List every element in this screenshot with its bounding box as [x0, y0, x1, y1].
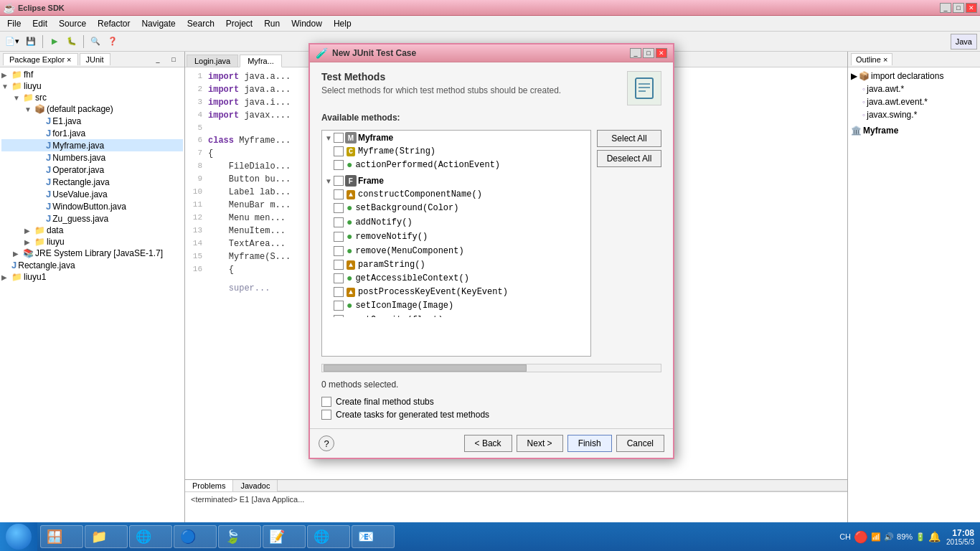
tree-item-liuyu[interactable]: ▼ 📁 liuyu [1, 80, 183, 92]
method-post-process[interactable]: ▲ postProcessKeyEvent(KeyEvent) [322, 286, 590, 298]
remove-menu-checkbox[interactable] [334, 246, 344, 256]
outline-item-javaxswing[interactable]: ◦ javax.swing.* [851, 109, 977, 121]
tab-javadoc[interactable]: Javadoc [233, 480, 278, 491]
tree-item-e1java[interactable]: ▶ J E1.java [1, 115, 183, 127]
close-button[interactable]: ✕ [966, 3, 977, 13]
dialog-minimize-button[interactable]: _ [630, 48, 641, 58]
outline-item-javaawtevt[interactable]: ◦ java.awt.event.* [851, 96, 977, 108]
next-button[interactable]: Next > [517, 435, 563, 452]
create-tasks-checkbox[interactable] [321, 410, 331, 420]
maximize-left-panel[interactable]: □ [166, 52, 182, 67]
method-group-frame[interactable]: ▼ F Frame [322, 174, 590, 188]
tree-item-fhf[interactable]: ▶ 📁 fhf [1, 69, 183, 80]
run-button[interactable]: ▶ [47, 34, 62, 50]
help-button[interactable]: ? [319, 435, 334, 451]
menu-window[interactable]: Window [286, 17, 328, 30]
method-param-string[interactable]: ▲ paramString() [322, 258, 590, 271]
outline-item-myframe[interactable]: 🏛️ Myframe [851, 125, 977, 136]
method-set-opacity[interactable]: ● setOpacity(float) [322, 313, 590, 317]
method-construct-component[interactable]: ▲ constructComponentName() [322, 188, 590, 201]
menu-file[interactable]: File [1, 17, 27, 30]
minimize-left-panel[interactable]: _ [150, 52, 166, 67]
tab-outline[interactable]: Outline × [851, 53, 892, 65]
set-opacity-checkbox[interactable] [334, 315, 344, 317]
save-button[interactable]: 💾 [23, 34, 39, 50]
dialog-close-button[interactable]: ✕ [656, 48, 667, 58]
frame-group-checkbox[interactable] [334, 176, 344, 186]
tree-item-rectangle-top[interactable]: ▶ J Rectangle.java [1, 259, 183, 271]
tab-problems[interactable]: Problems [185, 480, 233, 491]
method-group-myframe[interactable]: ▼ M Myframe [322, 131, 590, 145]
tree-item-for1java[interactable]: ▶ J for1.java [1, 127, 183, 139]
taskbar-item-6[interactable]: 📝 [263, 525, 306, 548]
taskbar-item-7[interactable]: 🌐 [307, 525, 350, 548]
menu-source[interactable]: Source [53, 17, 92, 30]
tree-item-src[interactable]: ▼ 📁 src [1, 92, 183, 103]
perspective-java[interactable]: Java [951, 34, 977, 50]
tab-myframe[interactable]: Myfra... [240, 55, 282, 67]
tab-loginjava[interactable]: Login.java [187, 55, 238, 67]
methods-scroll-inner[interactable]: ▼ M Myframe C Myframe(String) [322, 131, 590, 317]
method-action-performed[interactable]: ● actionPerformed(ActionEvent) [322, 158, 590, 172]
menu-refactor[interactable]: Refactor [92, 17, 136, 30]
post-process-checkbox[interactable] [334, 287, 344, 297]
create-final-stubs-checkbox[interactable] [321, 397, 331, 407]
create-final-stubs-row[interactable]: Create final method stubs [321, 397, 661, 407]
construct-component-checkbox[interactable] [334, 189, 344, 199]
debug-button[interactable]: 🐛 [64, 34, 80, 50]
method-set-icon-image[interactable]: ● setIconImage(Image) [322, 298, 590, 313]
dialog-maximize-button[interactable]: □ [643, 48, 654, 58]
tree-item-zuguessjava[interactable]: ▶ J Zu_guess.java [1, 212, 183, 225]
method-add-notify[interactable]: ● addNotify() [322, 215, 590, 230]
minimize-button[interactable]: _ [940, 3, 951, 13]
taskbar-item-2[interactable]: 📁 [85, 525, 128, 548]
search-button[interactable]: 🔍 [88, 34, 103, 50]
tree-item-jre[interactable]: ▶ 📚 JRE System Library [JavaSE-1.7] [1, 248, 183, 259]
tree-item-liuyu-sub[interactable]: ▶ 📁 liuyu [1, 236, 183, 248]
get-accessible-checkbox[interactable] [334, 273, 344, 283]
method-get-accessible[interactable]: ● getAccessibleContext() [322, 271, 590, 286]
help-button[interactable]: ❓ [105, 34, 121, 50]
finish-button[interactable]: Finish [567, 435, 612, 452]
method-remove-notify[interactable]: ● removeNotify() [322, 230, 590, 244]
menu-search[interactable]: Search [182, 17, 220, 30]
maximize-button[interactable]: □ [953, 3, 964, 13]
junit-test-case-dialog[interactable]: 🧪 New JUnit Test Case _ □ ✕ Test Methods… [308, 43, 674, 459]
add-notify-checkbox[interactable] [334, 217, 344, 227]
tree-item-default-pkg[interactable]: ▼ 📦 (default package) [1, 103, 183, 115]
method-remove-menu[interactable]: ● remove(MenuComponent) [322, 244, 590, 258]
select-all-button[interactable]: Select All [597, 130, 661, 147]
cancel-button[interactable]: Cancel [616, 435, 664, 452]
tree-item-usevaluejava[interactable]: ▶ J UseValue.java [1, 188, 183, 200]
tree-item-windowbuttonjava[interactable]: ▶ J WindowButton.java [1, 200, 183, 212]
menu-edit[interactable]: Edit [27, 17, 53, 30]
outline-item-javaawt[interactable]: ◦ java.awt.* [851, 83, 977, 95]
taskbar-item-5[interactable]: 🍃 [218, 525, 261, 548]
menu-navigate[interactable]: Navigate [136, 17, 181, 30]
deselect-all-button[interactable]: Deselect All [597, 150, 661, 167]
remove-notify-checkbox[interactable] [334, 232, 344, 242]
myframe-string-checkbox[interactable] [334, 146, 344, 156]
menu-run[interactable]: Run [258, 17, 286, 30]
outline-item-imports[interactable]: ▶ 📦 import declarations [851, 70, 977, 82]
tree-item-liuyu1[interactable]: ▶ 📁 liuyu1 [1, 271, 183, 283]
method-myframe-string[interactable]: C Myframe(String) [322, 145, 590, 158]
tree-item-data[interactable]: ▶ 📁 data [1, 225, 183, 236]
tree-item-myframejava[interactable]: ▶ J Myframe.java [1, 139, 183, 151]
horizontal-scrollbar[interactable] [321, 364, 661, 372]
set-icon-image-checkbox[interactable] [334, 301, 344, 311]
menu-project[interactable]: Project [220, 17, 258, 30]
taskbar-item-4[interactable]: 🔵 [174, 525, 217, 548]
taskbar-item-8[interactable]: 📧 [352, 525, 395, 548]
tree-item-rectanglejava[interactable]: ▶ J Rectangle.java [1, 176, 183, 188]
method-set-background[interactable]: ● setBackground(Color) [322, 201, 590, 215]
set-background-checkbox[interactable] [334, 203, 344, 213]
start-button[interactable] [0, 522, 37, 551]
param-string-checkbox[interactable] [334, 260, 344, 270]
myframe-group-checkbox[interactable] [334, 133, 344, 143]
new-button[interactable]: 📄▾ [3, 34, 22, 50]
back-button[interactable]: < Back [464, 435, 512, 452]
taskbar-item-1[interactable]: 🪟 [40, 525, 83, 548]
tree-item-numbersjava[interactable]: ▶ J Numbers.java [1, 151, 183, 164]
tab-junit[interactable]: JUnit [80, 53, 110, 65]
